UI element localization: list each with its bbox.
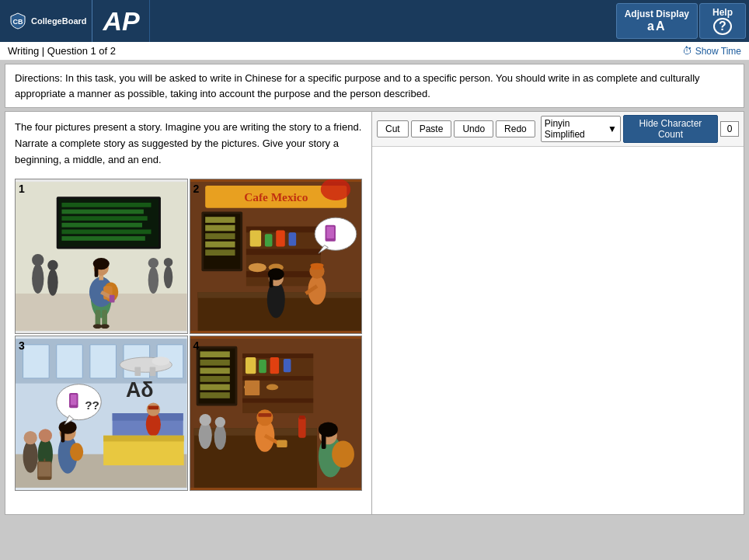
svg-rect-46 (246, 249, 320, 256)
svg-point-77 (152, 357, 169, 367)
svg-point-90 (70, 443, 83, 461)
svg-point-143 (214, 417, 225, 427)
redo-button[interactable]: Redo (496, 120, 535, 137)
directions-box: Directions: In this task, you will be as… (5, 64, 744, 108)
svg-rect-48 (249, 231, 260, 247)
svg-rect-122 (283, 359, 291, 372)
svg-rect-50 (276, 231, 285, 247)
story-image-2: 2 Cafe Mexico (190, 179, 363, 334)
img-number-3: 3 (19, 339, 25, 352)
scene-4-svg (190, 336, 362, 490)
svg-rect-79 (150, 367, 156, 377)
scene-2-svg: Cafe Mexico (190, 179, 362, 333)
img-number-2: 2 (193, 183, 200, 195)
pinyin-dropdown[interactable]: Pinyin Simplified ▼ (541, 116, 621, 142)
svg-rect-85 (148, 406, 159, 410)
svg-rect-109 (200, 352, 229, 358)
svg-rect-124 (244, 381, 259, 395)
help-button[interactable]: Help ? (699, 3, 746, 39)
svg-point-15 (148, 267, 159, 294)
directions-text: Directions: In this task, you will be as… (15, 72, 700, 99)
separator: | (42, 45, 47, 57)
images-grid: 1 (15, 179, 362, 491)
svg-point-99 (39, 430, 52, 443)
svg-rect-51 (288, 233, 296, 246)
svg-text:??: ?? (85, 399, 99, 412)
svg-rect-49 (264, 235, 272, 247)
character-count: 0 (720, 121, 739, 137)
svg-rect-21 (102, 310, 107, 326)
svg-rect-6 (61, 217, 147, 221)
prompt-text: The four pictures present a story. Imagi… (15, 120, 362, 168)
writing-area (372, 147, 744, 514)
svg-point-131 (256, 410, 273, 426)
svg-point-13 (47, 270, 57, 297)
paste-button[interactable]: Paste (411, 120, 452, 137)
breadcrumb: Writing | Question 1 of 2 (8, 45, 116, 57)
svg-rect-119 (245, 357, 255, 374)
svg-point-59 (310, 263, 323, 268)
svg-rect-72 (57, 345, 83, 378)
svg-rect-134 (277, 440, 287, 448)
svg-point-23 (100, 325, 110, 329)
img-number-1: 1 (19, 183, 25, 195)
left-panel: The four pictures present a story. Imagi… (5, 112, 372, 514)
svg-point-96 (23, 440, 38, 473)
svg-rect-8 (61, 230, 151, 235)
svg-rect-4 (61, 203, 151, 207)
hide-character-count-button[interactable]: Hide Character Count (623, 115, 718, 143)
svg-rect-73 (90, 345, 117, 378)
svg-rect-40 (205, 225, 235, 231)
svg-rect-39 (205, 217, 235, 224)
svg-point-125 (266, 384, 277, 391)
help-circle-icon: ? (713, 18, 732, 35)
collegeboard-text: CollegeBoard (31, 16, 87, 26)
svg-point-84 (147, 403, 160, 416)
svg-rect-117 (242, 376, 313, 381)
writing-textarea[interactable] (378, 153, 737, 508)
svg-rect-113 (200, 384, 229, 391)
adjust-display-button[interactable]: Adjust Display aA (616, 3, 698, 39)
show-time-link[interactable]: ⏱ Show Time (682, 45, 741, 57)
collegeboard-logo: CB CollegeBoard (9, 12, 87, 30)
right-panel: Cut Paste Undo Redo Pinyin Simplified ▼ … (372, 112, 744, 514)
svg-rect-89 (61, 428, 64, 443)
svg-rect-105 (103, 436, 184, 442)
svg-rect-118 (242, 398, 313, 403)
svg-point-16 (148, 258, 159, 268)
chevron-down-icon: ▼ (608, 123, 617, 134)
svg-point-142 (214, 425, 225, 450)
pinyin-label: Pinyin Simplified (545, 118, 604, 140)
svg-point-52 (248, 263, 266, 273)
undo-button[interactable]: Undo (454, 120, 493, 137)
svg-rect-30 (95, 263, 99, 277)
svg-rect-71 (23, 345, 50, 378)
breadcrumb-bar: Writing | Question 1 of 2 ⏱ Show Time (0, 42, 749, 61)
svg-rect-112 (200, 376, 229, 382)
svg-rect-138 (321, 429, 326, 450)
svg-rect-64 (269, 274, 273, 287)
story-image-3: 3 (15, 336, 188, 491)
scene-3-svg: ?? Aδ (16, 336, 187, 490)
svg-rect-5 (61, 210, 143, 214)
svg-rect-111 (200, 368, 229, 374)
main-content: The four pictures present a story. Imagi… (5, 111, 744, 515)
cut-button[interactable]: Cut (377, 120, 409, 137)
svg-rect-129 (298, 416, 305, 419)
svg-point-17 (164, 266, 173, 289)
show-time-label: Show Time (695, 46, 741, 57)
svg-text:CB: CB (13, 18, 23, 26)
svg-rect-7 (61, 223, 142, 228)
svg-rect-20 (96, 310, 101, 326)
svg-point-139 (332, 441, 354, 468)
svg-rect-43 (205, 250, 235, 256)
question-label: Question 1 of 2 (47, 45, 116, 57)
scene-1-svg (16, 179, 187, 333)
svg-rect-120 (259, 360, 267, 373)
svg-rect-128 (298, 417, 306, 438)
svg-rect-41 (205, 234, 235, 240)
svg-point-18 (164, 258, 173, 267)
aa-label: aA (647, 19, 666, 33)
svg-rect-132 (258, 413, 271, 417)
help-label: Help (712, 7, 733, 18)
